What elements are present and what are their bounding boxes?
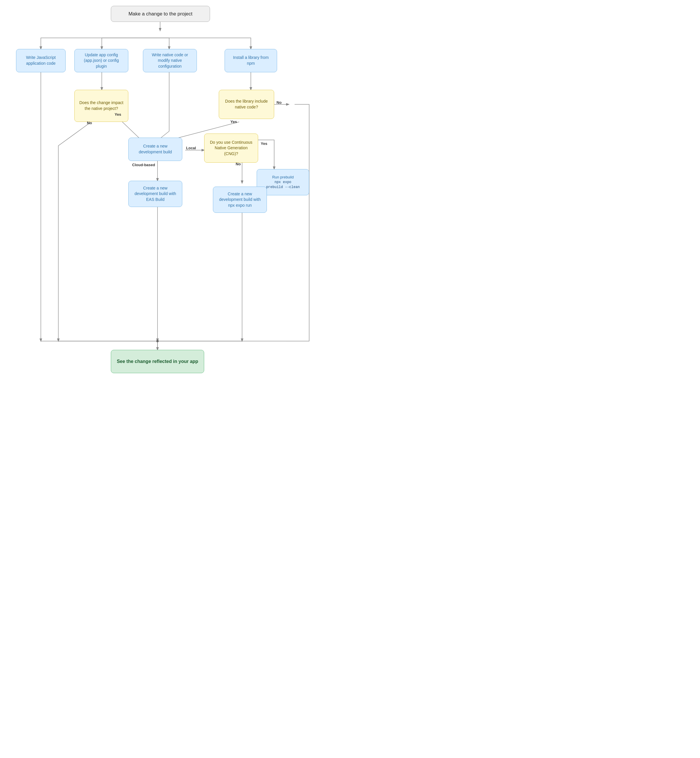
- prebuild-line1: Run prebuild: [266, 175, 300, 180]
- config-node: Update app config (app.json) or config p…: [74, 49, 128, 72]
- native-node: Write native code or modify native confi…: [143, 49, 197, 72]
- eas-build-node: Create a new development build with EAS …: [128, 181, 182, 207]
- end-node: See the change reflected in your app: [111, 350, 204, 373]
- q2-yes-label: Yes: [230, 120, 237, 124]
- local-label: Local: [186, 146, 196, 150]
- q2-no-label: No: [277, 100, 281, 104]
- q1-yes-label: Yes: [115, 112, 121, 117]
- q1-node: Does the change impact the native projec…: [74, 90, 128, 122]
- js-node: Write JavaScript application code: [16, 49, 66, 72]
- start-node: Make a change to the project: [111, 6, 210, 22]
- q1-no-label: No: [87, 121, 92, 125]
- library-node: Install a library from npm: [225, 49, 277, 72]
- q3-yes-label: Yes: [261, 141, 267, 146]
- q3-node: Do you use Continuous Native Generation …: [204, 134, 258, 163]
- run-build-node: Create a new development build with npx …: [213, 187, 267, 213]
- new-build-node: Create a new development build: [128, 137, 182, 161]
- convergence-dot: [156, 340, 159, 342]
- prebuild-line3: prebuild --clean: [266, 185, 300, 190]
- q3-no-label: No: [236, 162, 241, 166]
- q2-node: Does the library include native code?: [219, 90, 274, 119]
- prebuild-line2: npx expo: [266, 180, 300, 185]
- flowchart-diagram: Make a change to the project Write JavaS…: [0, 0, 321, 379]
- cloud-label: Cloud-based: [132, 163, 155, 167]
